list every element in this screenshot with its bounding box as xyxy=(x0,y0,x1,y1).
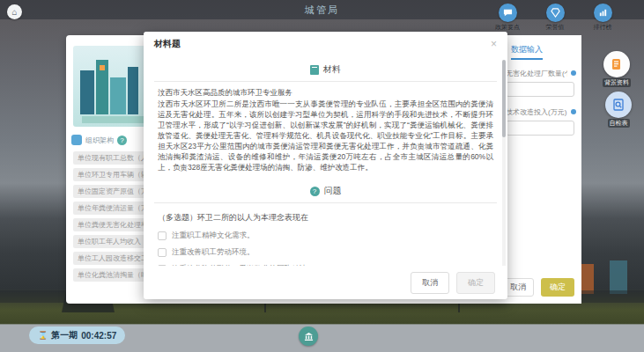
question-text: （多选题）环卫二所的以人为本理念表现在 xyxy=(158,212,493,224)
form-field: 技术改造投入(万元) xyxy=(506,107,578,136)
close-icon[interactable]: × xyxy=(491,39,497,49)
top-toolbar: 政策要点 荣誉值 排行榜 xyxy=(491,4,619,32)
hourglass-icon: ⌛ xyxy=(38,331,48,340)
form-field: 无害化处理厂数量(个) xyxy=(506,69,578,97)
dialog-confirm-button[interactable]: 确定 xyxy=(456,272,495,294)
scrollbar[interactable] xyxy=(502,60,506,266)
material-section-header: 材料 xyxy=(158,58,493,81)
checkbox-icon[interactable] xyxy=(158,231,167,240)
message-icon xyxy=(499,4,517,22)
float-button-label: 背景资料 xyxy=(603,78,631,87)
question-section-header: ? 问题 xyxy=(158,180,493,202)
org-widget-label: 组织架构 xyxy=(85,136,114,145)
honor-button[interactable]: 荣誉值 xyxy=(538,4,572,32)
material-title: 汶西市天水区高品质的城市环卫专业服务 xyxy=(158,87,493,98)
self-check-button[interactable]: 自检表 xyxy=(603,92,633,128)
dialog-footer: 取消 确定 xyxy=(144,266,507,299)
timer-value: 00:42:57 xyxy=(81,331,116,341)
home-icon: ⌂ xyxy=(11,7,17,17)
option-row[interactable]: 注重职工精神文化需求。 xyxy=(158,231,493,241)
building-icon xyxy=(304,332,314,341)
plant-count-input[interactable] xyxy=(506,82,574,97)
divider xyxy=(154,202,497,203)
industrial-container-teal xyxy=(610,260,627,294)
ranking-button[interactable]: 排行榜 xyxy=(586,4,619,32)
float-button-label: 自检表 xyxy=(608,119,630,128)
field-label: 无害化处理厂数量(个) xyxy=(506,69,567,78)
tool-label: 荣誉值 xyxy=(546,23,565,32)
book-icon xyxy=(310,65,319,75)
field-label: 技术改造投入(万元) xyxy=(506,107,567,117)
period-timer-badge: ⌛ 第一期 00:42:57 xyxy=(29,326,125,344)
dialog-title: 材料题 xyxy=(154,38,181,50)
notebook-icon xyxy=(603,51,630,77)
question-heading: 问题 xyxy=(324,185,342,197)
bar-chart-icon xyxy=(594,4,612,22)
dialog-body: 材料 汶西市天水区高品质的城市环卫专业服务 汶西市天水区环卫所二所是汶西市唯一一… xyxy=(144,56,507,266)
page-title: 城管局 xyxy=(305,4,339,17)
question-section: ? 问题 （多选题）环卫二所的以人为本理念表现在 注重职工精神文化需求。 注重改… xyxy=(158,180,493,266)
policy-points-button[interactable]: 政策要点 xyxy=(491,4,524,32)
map-home-button[interactable] xyxy=(299,326,318,346)
back-button[interactable]: ⌂ xyxy=(7,4,22,19)
period-label: 第一期 xyxy=(51,329,78,341)
diamond-icon xyxy=(546,4,565,22)
panel-footer: 取消 确定 xyxy=(502,278,574,297)
material-heading: 材料 xyxy=(323,63,341,76)
tool-label: 排行榜 xyxy=(594,23,612,32)
dialog-cancel-button[interactable]: 取消 xyxy=(411,272,449,294)
help-icon[interactable]: ? xyxy=(117,136,127,145)
background-material-button[interactable]: 背景资料 xyxy=(602,51,632,87)
checkbox-icon[interactable] xyxy=(158,265,167,266)
option-label: 注重改善职工劳动环境。 xyxy=(172,247,255,258)
panel-confirm-button[interactable]: 确定 xyxy=(541,278,574,297)
info-dot-icon[interactable] xyxy=(571,70,576,76)
option-row[interactable]: 注重培养吃苦耐劳、爱岗敬业的团队精神。 xyxy=(158,264,493,266)
dialog-header: 材料题 × xyxy=(144,32,507,56)
search-doc-icon xyxy=(605,92,632,118)
tool-label: 政策要点 xyxy=(495,23,520,32)
question-mark-icon: ? xyxy=(310,187,320,196)
chat-icon xyxy=(71,135,82,145)
material-body: 汶西市天水区环卫所二所是汶西市唯一一支从事粪便管理的专业队伍，主要承担全区范围内… xyxy=(158,99,493,172)
option-label: 注重培养吃苦耐劳、爱岗敬业的团队精神。 xyxy=(172,264,315,266)
info-dot-icon[interactable] xyxy=(571,109,576,114)
tab-data-input[interactable]: 数据输入 xyxy=(511,44,543,60)
scrollbar-thumb[interactable] xyxy=(502,60,506,137)
checkbox-icon[interactable] xyxy=(158,248,167,257)
investment-input[interactable] xyxy=(506,121,574,136)
option-label: 注重职工精神文化需求。 xyxy=(172,231,255,241)
option-list: 注重职工精神文化需求。 注重改善职工劳动环境。 注重培养吃苦耐劳、爱岗敬业的团队… xyxy=(158,231,493,266)
divider xyxy=(154,81,497,82)
option-row[interactable]: 注重改善职工劳动环境。 xyxy=(158,247,493,258)
material-question-dialog: 材料题 × 材料 汶西市天水区高品质的城市环卫专业服务 汶西市天水区环卫所二所是… xyxy=(144,32,507,299)
